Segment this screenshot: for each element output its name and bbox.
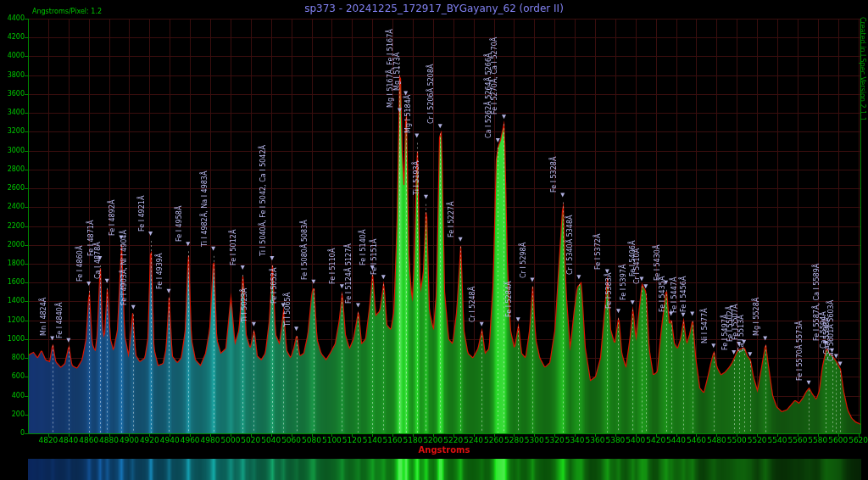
spectrum-canvas[interactable] bbox=[0, 0, 868, 480]
spectroscopy-app-window: sp373 - 20241225_172917_BYGayany_62 (ord… bbox=[0, 0, 868, 480]
